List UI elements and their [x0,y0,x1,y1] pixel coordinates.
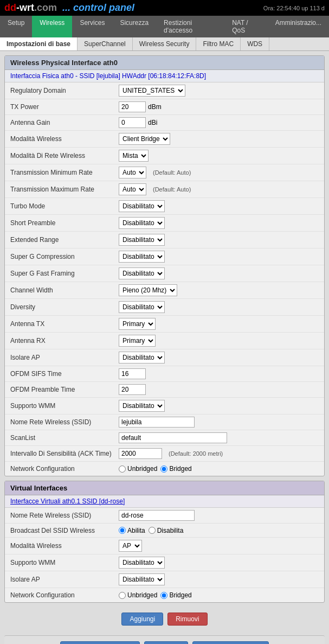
unbridged-radio[interactable] [119,466,126,473]
tx-power-input[interactable] [119,101,146,112]
channel-width-control: Pieno (20 Mhz) [119,284,319,296]
extended-range-select[interactable]: Disabilitato [119,234,165,246]
antenna-rx-control: Primary [119,335,319,347]
tab-services[interactable]: Services [72,16,112,37]
diversity-select[interactable]: Disabilitato [119,301,165,313]
ack-time-note: (Default: 2000 metri) [169,450,223,457]
virtual-bridged-radio-label[interactable]: Bridged [160,591,191,599]
ack-time-input[interactable] [119,448,162,459]
subtab-wds[interactable]: WDS [241,37,269,50]
tab-setup[interactable]: Setup [0,16,32,37]
abilita-radio[interactable] [119,527,126,534]
supporto-wmm-select[interactable]: Disabilitato [119,400,165,412]
ofdm-sifs-row: OFDM SIFS Time [5,366,324,382]
header-time: Ora: 22:54:40 up 113 d [263,5,325,11]
isolare-ap-select[interactable]: Disabilitato [119,352,165,364]
super-g-fast-framing-select[interactable]: Disabilitato [119,267,165,279]
tx-min-rate-row: Transmission Minimum Rate Auto (Default:… [5,164,324,181]
bridged-radio-label[interactable]: Bridged [160,465,191,473]
sub-tabs: Impostazioni di base SuperChannel Wirele… [0,37,329,51]
network-mode-select[interactable]: Mista [119,150,149,162]
wireless-mode-select[interactable]: Client Bridge [119,133,170,145]
scanlist-input[interactable] [119,432,227,443]
save-button[interactable]: Salva Impostazioni [60,641,140,644]
short-preamble-select[interactable]: Disabilitato [119,217,165,229]
super-g-compression-select[interactable]: Disabilitato [119,251,165,263]
virtual-wmm-control: Disabilitato [119,557,319,569]
virtual-ssid-input[interactable] [119,510,195,521]
virtual-unbridged-radio-label[interactable]: Unbridged [119,591,157,599]
abilita-radio-label[interactable]: Abilita [119,527,145,534]
nav-tabs: Setup Wireless Services Sicurezza Restiz… [0,16,329,37]
disabilita-radio-label[interactable]: Disabilita [149,527,184,534]
network-config-control: Unbridged Bridged [119,465,319,473]
virtual-bridged-radio[interactable] [160,592,167,599]
tab-wireless[interactable]: Wireless [32,16,72,37]
tx-max-rate-row: Transmission Maximum Rate Auto (Default:… [5,181,324,198]
antenna-rx-select[interactable]: Primary [119,335,156,347]
virtual-isolare-ap-select[interactable]: Disabilitato [119,573,165,585]
regulatory-domain-control: UNITED_STATES [119,85,319,97]
ack-time-control: (Default: 2000 metri) [119,448,319,459]
tx-max-rate-select[interactable]: Auto [119,183,146,195]
regulatory-domain-select[interactable]: UNITED_STATES [119,85,185,97]
virtual-wmm-select[interactable]: Disabilitato [119,557,165,569]
virtual-unbridged-radio[interactable] [119,592,126,599]
rimuovi-button[interactable]: Rimuovi [167,613,207,626]
page-wrapper: dd-wrt.com ... control panel Ora: 22:54:… [0,0,329,644]
broadcast-ssid-row: Broadcast Del SSID Wireless Abilita Disa… [5,524,324,538]
cancel-button[interactable]: Annulla Modifiche [192,641,269,644]
footer-buttons: Salva Impostazioni Applica Annulla Modif… [4,635,325,644]
disabilita-radio[interactable] [149,527,156,534]
tab-sicurezza[interactable]: Sicurezza [112,16,156,37]
tx-min-rate-select[interactable]: Auto [119,167,146,178]
virtual-section-link[interactable]: Interfacce Virtuali ath0.1 SSID [dd-rose… [5,495,324,508]
antenna-tx-control: Primary [119,318,319,330]
physical-section-link[interactable]: Interfaccia Fisica ath0 - SSID [lejubila… [5,70,324,82]
unbridged-radio-label[interactable]: Unbridged [119,465,157,473]
diversity-control: Disabilitato [119,301,319,313]
super-g-fast-framing-control: Disabilitato [119,267,319,279]
aggiungi-button[interactable]: Aggiungi [121,613,163,626]
bridged-radio[interactable] [160,466,167,473]
ofdm-preamble-input[interactable] [119,384,146,395]
scanlist-control [119,432,319,443]
physical-section-title: Wireless Physical Interface ath0 [5,56,324,70]
network-config-radio-group: Unbridged Bridged [119,465,192,473]
antenna-tx-select[interactable]: Primary [119,318,156,330]
tab-restizioni[interactable]: Restizioni d'accesso [156,16,224,37]
ofdm-preamble-control [119,384,319,395]
short-preamble-row: Short Preamble Disabilitato [5,215,324,232]
apply-button[interactable]: Applica [144,641,188,644]
wireless-mode-row: Modalità Wireless Client Bridge [5,131,324,148]
tx-power-unit: dBm [148,103,162,111]
antenna-gain-control: dBi [119,117,319,128]
scanlist-label: ScanList [10,434,119,442]
subtab-filtro[interactable]: Filtro MAC [196,37,241,50]
ssid-input[interactable] [119,417,195,428]
virtual-wmm-row: Supporto WMM Disabilitato [5,554,324,571]
broadcast-ssid-radio-group: Abilita Disabilita [119,527,183,534]
ack-time-row: Intervallo Di Sensibilità (ACK Time) (De… [5,446,324,462]
supporto-wmm-control: Disabilitato [119,400,319,412]
virtual-ssid-label: Nome Rete Wireless (SSID) [10,512,119,519]
antenna-gain-input[interactable] [119,117,146,128]
ssid-control [119,417,319,428]
tab-amm[interactable]: Amministrazio... [268,16,329,37]
isolare-ap-control: Disabilitato [119,352,319,364]
ofdm-sifs-input[interactable] [119,368,146,379]
subtab-super[interactable]: SuperChannel [78,37,133,50]
virtual-network-config-label: Network Configuration [10,591,119,599]
network-mode-label: Modalità Di Rete Wireless [10,152,119,160]
channel-width-select[interactable]: Pieno (20 Mhz) [119,284,177,296]
tab-nat[interactable]: NAT / QoS [224,16,268,37]
super-g-compression-label: Super G Compression [10,253,119,260]
subtab-base[interactable]: Impostazioni di base [0,37,78,50]
short-preamble-control: Disabilitato [119,217,319,229]
virtual-wireless-mode-select[interactable]: AP [119,540,142,552]
ofdm-preamble-row: OFDM Preamble Time [5,382,324,398]
subtab-security[interactable]: Wireless Security [133,37,197,50]
extended-range-control: Disabilitato [119,234,319,246]
ofdm-preamble-label: OFDM Preamble Time [10,386,119,393]
turbo-mode-select[interactable]: Disabilitato [119,200,165,212]
